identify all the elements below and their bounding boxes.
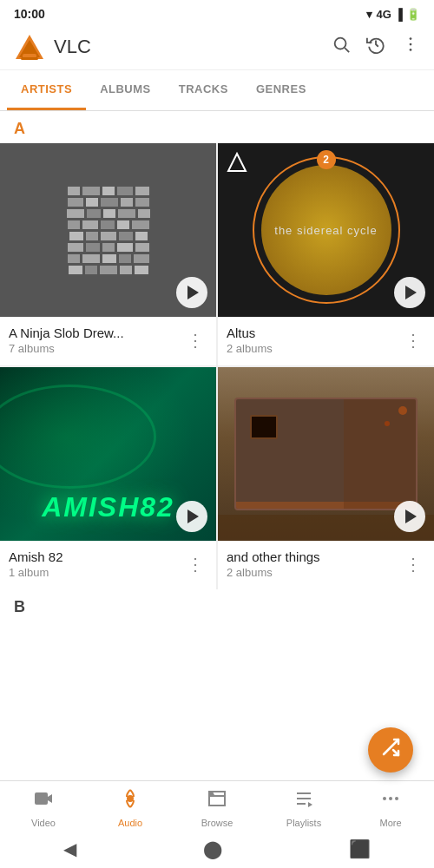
- app-header: VLC: [0, 24, 434, 70]
- overflow-menu-icon[interactable]: [401, 35, 420, 59]
- play-button-altus[interactable]: [394, 277, 425, 308]
- altus-subtitle: the sidereal cycle: [274, 224, 377, 237]
- battery-icon: 🔋: [406, 8, 420, 21]
- tab-playlists[interactable]: Playlists: [278, 788, 330, 828]
- search-icon[interactable]: [332, 35, 351, 59]
- shuffle-icon: [380, 737, 401, 763]
- browse-tab-label: Browse: [201, 818, 233, 828]
- tab-video[interactable]: Video: [17, 788, 69, 828]
- tab-tracks[interactable]: TRACKS: [165, 70, 242, 110]
- artist-albums-ninja: 7 albums: [9, 342, 183, 355]
- more-icon-other[interactable]: ⋮: [401, 550, 425, 578]
- wifi-icon: ▾: [366, 8, 372, 21]
- tab-more[interactable]: More: [365, 788, 417, 828]
- playlists-tab-icon: [293, 788, 314, 814]
- history-icon[interactable]: [366, 35, 385, 59]
- artist-info-amish: Amish 82 1 album ⋮: [0, 541, 216, 589]
- artist-thumb-altus: the sidereal cycle 2: [218, 143, 434, 317]
- artist-meta-amish: Amish 82 1 album: [9, 549, 183, 579]
- tab-albums[interactable]: ALBUMS: [86, 70, 165, 110]
- artist-card-other[interactable]: and other things 2 albums ⋮: [218, 367, 434, 589]
- app-title: VLC: [54, 36, 332, 58]
- svg-line-5: [345, 48, 349, 52]
- artist-thumb-other: [218, 367, 434, 541]
- recents-button[interactable]: ⬛: [349, 838, 371, 859]
- artist-name-ninja: A Ninja Slob Drew...: [9, 326, 183, 340]
- nav-tabs: ARTISTS ALBUMS TRACKS GENRES: [0, 70, 434, 111]
- system-nav: ◀ ⬤ ⬛: [0, 832, 434, 868]
- signal-bars: ▐: [395, 8, 403, 21]
- artist-thumb-amish: AMISH82: [0, 367, 216, 541]
- artist-card-amish[interactable]: AMISH82 Amish 82 1 album ⋮: [0, 367, 216, 589]
- play-button-other[interactable]: [394, 501, 425, 532]
- artist-info-ninja: A Ninja Slob Drew... 7 albums ⋮: [0, 317, 216, 365]
- more-icon-ninja[interactable]: ⋮: [183, 326, 207, 354]
- svg-point-7: [410, 43, 412, 46]
- artist-albums-altus: 2 albums: [227, 342, 401, 355]
- tab-genres[interactable]: GENRES: [242, 70, 320, 110]
- browse-tab-icon: [207, 788, 227, 814]
- tab-audio[interactable]: Audio: [104, 788, 156, 828]
- artist-albums-amish: 1 album: [9, 566, 183, 579]
- tab-artists[interactable]: ARTISTS: [7, 70, 86, 110]
- artist-thumb-ninja: // Will be rendered inline below: [0, 143, 216, 317]
- artist-meta-ninja: A Ninja Slob Drew... 7 albums: [9, 326, 183, 355]
- altus-count-badge: 2: [317, 150, 336, 169]
- artist-info-altus: Altus 2 albums ⋮: [218, 317, 434, 365]
- playlists-tab-label: Playlists: [286, 818, 321, 828]
- home-button[interactable]: ⬤: [203, 838, 222, 859]
- svg-point-21: [395, 797, 398, 800]
- svg-point-20: [389, 797, 392, 800]
- artist-meta-altus: Altus 2 albums: [227, 326, 401, 355]
- shuffle-fab[interactable]: [368, 727, 413, 773]
- svg-rect-12: [35, 792, 48, 805]
- svg-marker-13: [48, 794, 52, 803]
- svg-marker-9: [228, 154, 246, 171]
- svg-point-6: [410, 37, 412, 40]
- header-icons: [332, 35, 420, 59]
- svg-point-19: [383, 797, 386, 800]
- artist-name-other: and other things: [227, 549, 401, 564]
- content-area: A // Will be rendered inline below: [0, 111, 434, 734]
- section-letter-a: A: [0, 111, 434, 143]
- more-icon-amish[interactable]: ⋮: [183, 550, 207, 578]
- svg-rect-3: [21, 57, 38, 60]
- audio-tab-icon: [120, 788, 141, 814]
- altus-logo: [227, 152, 247, 176]
- play-button-ninja[interactable]: [176, 277, 207, 308]
- more-tab-label: More: [379, 818, 401, 828]
- status-icons: ▾ 4G ▐ 🔋: [366, 8, 420, 21]
- artist-name-amish: Amish 82: [9, 549, 183, 564]
- signal-label: 4G: [376, 8, 391, 21]
- bottom-navigation: Video Audio Br: [0, 780, 434, 868]
- more-icon-altus[interactable]: ⋮: [401, 326, 425, 354]
- section-letter-b: B: [0, 589, 434, 621]
- svg-point-4: [335, 38, 346, 49]
- amish-wave: [0, 385, 156, 489]
- vlc-logo: [14, 31, 45, 62]
- artist-card-altus[interactable]: the sidereal cycle 2 Altus 2 albums: [218, 143, 434, 365]
- more-tab-icon: [380, 788, 401, 814]
- svg-point-14: [127, 795, 134, 802]
- amish-text: AMISH82: [42, 491, 174, 523]
- video-tab-label: Video: [31, 818, 56, 828]
- svg-marker-18: [308, 802, 312, 807]
- artist-meta-other: and other things 2 albums: [227, 549, 401, 579]
- back-button[interactable]: ◀: [63, 838, 76, 859]
- tab-browse[interactable]: Browse: [191, 788, 243, 828]
- status-bar: 10:00 ▾ 4G ▐ 🔋: [0, 0, 434, 24]
- bottom-tabs: Video Audio Br: [0, 781, 434, 832]
- artist-albums-other: 2 albums: [227, 566, 401, 579]
- artist-info-other: and other things 2 albums ⋮: [218, 541, 434, 589]
- svg-point-8: [410, 49, 412, 51]
- video-tab-icon: [33, 788, 54, 814]
- audio-tab-label: Audio: [118, 818, 142, 828]
- play-button-amish[interactable]: [176, 501, 207, 532]
- artist-card-ninja[interactable]: // Will be rendered inline below: [0, 143, 216, 365]
- status-time: 10:00: [14, 7, 45, 21]
- artist-grid: // Will be rendered inline below: [0, 143, 434, 589]
- artist-name-altus: Altus: [227, 326, 401, 340]
